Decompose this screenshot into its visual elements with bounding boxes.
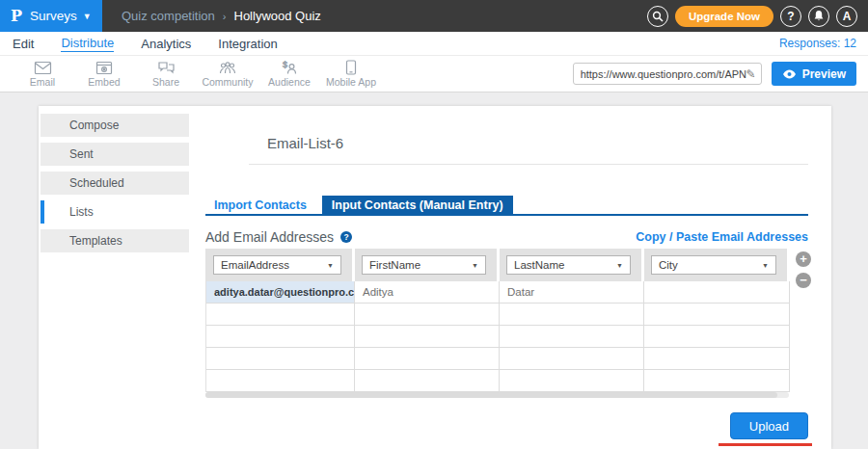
select-value: City	[659, 259, 678, 271]
tab-input-contacts-manual[interactable]: Input Contacts (Manual Entry)	[322, 196, 513, 214]
select-arrow-icon: ▼	[327, 262, 334, 269]
cell-lastname-row4[interactable]	[500, 348, 644, 370]
column-header-email: EmailAddress ▼	[206, 249, 355, 281]
horizontal-scrollbar[interactable]	[205, 392, 789, 398]
cell-email-row5[interactable]	[206, 370, 355, 392]
survey-url-input[interactable]	[581, 68, 746, 80]
chevron-down-icon: ▼	[83, 12, 92, 21]
questionpro-logo-icon: P	[11, 7, 22, 25]
sidebar-item-sent[interactable]: Sent	[41, 143, 189, 166]
cell-firstname-row1[interactable]: Aditya	[355, 281, 500, 304]
select-arrow-icon: ▼	[616, 262, 623, 269]
responses-count[interactable]: Responses: 12	[779, 37, 868, 50]
cell-email-row3[interactable]	[206, 326, 355, 348]
share-icon	[157, 61, 176, 75]
preview-button[interactable]: Preview	[772, 62, 856, 86]
email-sidebar: Compose Sent Scheduled Lists Templates	[41, 114, 189, 258]
upload-area: Upload	[730, 412, 808, 439]
nav-item-analytics[interactable]: Analytics	[141, 37, 191, 51]
surveys-product-menu[interactable]: P Surveys ▼	[0, 0, 102, 32]
sidebar-item-templates[interactable]: Templates	[41, 229, 189, 252]
select-value: EmailAddress	[221, 259, 289, 271]
cell-lastname-row1[interactable]: Datar	[500, 281, 644, 304]
cell-lastname-row3[interactable]	[500, 326, 644, 348]
product-menu-label: Surveys	[30, 9, 77, 23]
copy-paste-link[interactable]: Copy / Paste Email Addresses	[636, 230, 808, 244]
breadcrumb-parent[interactable]: Quiz competition	[122, 9, 215, 23]
contacts-tabs: Import Contacts Input Contacts (Manual E…	[205, 196, 808, 216]
upgrade-now-button[interactable]: Upgrade Now	[675, 6, 773, 27]
cell-lastname-row5[interactable]	[500, 370, 644, 392]
column-select-firstname[interactable]: FirstName ▼	[362, 255, 486, 275]
cell-firstname-row2[interactable]	[355, 304, 500, 326]
cell-city-row3[interactable]	[644, 326, 790, 348]
breadcrumb: Quiz competition › Hollywood Quiz	[122, 9, 321, 23]
contacts-grid: EmailAddress ▼ FirstName ▼	[205, 249, 789, 392]
column-select-emailaddress[interactable]: EmailAddress ▼	[213, 255, 341, 275]
cell-city-row2[interactable]	[644, 304, 790, 326]
email-icon	[34, 61, 52, 75]
column-select-lastname[interactable]: LastName ▼	[506, 255, 631, 275]
select-value: FirstName	[369, 259, 420, 271]
upload-button[interactable]: Upload	[730, 412, 808, 439]
nav-item-edit[interactable]: Edit	[13, 37, 34, 51]
channel-label: Share	[152, 76, 179, 88]
cell-email-row1[interactable]: aditya.datar@questionpro.com	[206, 281, 355, 304]
nav-item-integration[interactable]: Integration	[218, 37, 277, 51]
select-value: LastName	[514, 259, 564, 271]
sidebar-item-scheduled[interactable]: Scheduled	[41, 172, 189, 195]
section-nav: Edit Distribute Analytics Integration Re…	[0, 32, 868, 56]
cell-city-row5[interactable]	[644, 370, 790, 392]
cell-firstname-row5[interactable]	[355, 370, 500, 392]
channel-mobile-app[interactable]: Mobile App	[320, 60, 382, 88]
bell-icon	[813, 10, 825, 22]
cell-city-row1[interactable]	[644, 281, 790, 304]
cell-lastname-row2[interactable]	[500, 304, 644, 326]
svg-text:$: $	[283, 61, 287, 69]
notifications-button[interactable]	[808, 6, 829, 27]
tab-import-contacts[interactable]: Import Contacts	[205, 196, 315, 214]
cell-email-row2[interactable]	[206, 304, 355, 326]
list-title[interactable]: Email-List-6	[267, 135, 343, 151]
add-email-section-header: Add Email Addresses ? Copy / Paste Email…	[205, 229, 808, 245]
channel-label: Embed	[88, 76, 120, 88]
app-window: P Surveys ▼ Quiz competition › Hollywood…	[0, 0, 868, 449]
add-row-button[interactable]: +	[796, 251, 811, 267]
community-icon	[218, 61, 237, 75]
header-actions: Upgrade Now ? A	[647, 6, 868, 27]
sidebar-item-compose[interactable]: Compose	[41, 114, 189, 137]
edit-url-icon[interactable]: ✎	[746, 67, 756, 81]
nav-item-distribute[interactable]: Distribute	[61, 36, 114, 52]
mobile-app-icon	[345, 60, 357, 75]
channel-label: Mobile App	[326, 76, 376, 88]
cell-firstname-row3[interactable]	[355, 326, 500, 348]
cell-city-row4[interactable]	[644, 348, 790, 370]
embed-icon	[95, 61, 113, 75]
channel-label: Email	[30, 76, 55, 88]
survey-url-field: ✎	[573, 63, 762, 85]
channel-email[interactable]: Email	[12, 61, 73, 88]
breadcrumb-current: Hollywood Quiz	[234, 9, 321, 23]
search-button[interactable]	[647, 6, 668, 27]
column-header-lastname: LastName ▼	[500, 249, 644, 281]
sidebar-item-lists[interactable]: Lists	[41, 200, 189, 224]
column-select-city[interactable]: City ▼	[651, 255, 776, 275]
channel-audience[interactable]: $ Audience	[258, 61, 320, 88]
scrollbar-thumb[interactable]	[205, 392, 777, 398]
help-tooltip-icon[interactable]: ?	[340, 231, 352, 243]
account-avatar[interactable]: A	[836, 6, 857, 27]
help-button[interactable]: ?	[780, 6, 801, 27]
cell-email-row4[interactable]	[206, 348, 355, 370]
email-panel: Compose Sent Scheduled Lists Templates E…	[39, 106, 831, 449]
contacts-table: EmailAddress ▼ FirstName ▼	[205, 249, 789, 392]
channel-embed[interactable]: Embed	[73, 61, 135, 88]
distribute-toolbar: Email Embed Share Community $	[0, 56, 868, 92]
remove-row-button[interactable]: −	[796, 273, 811, 288]
breadcrumb-separator-icon: ›	[223, 11, 227, 22]
search-icon	[652, 11, 664, 22]
eye-icon	[782, 69, 797, 79]
cell-firstname-row4[interactable]	[355, 348, 500, 370]
channel-label: Community	[202, 76, 253, 88]
channel-community[interactable]: Community	[197, 61, 258, 88]
channel-share[interactable]: Share	[135, 61, 197, 88]
